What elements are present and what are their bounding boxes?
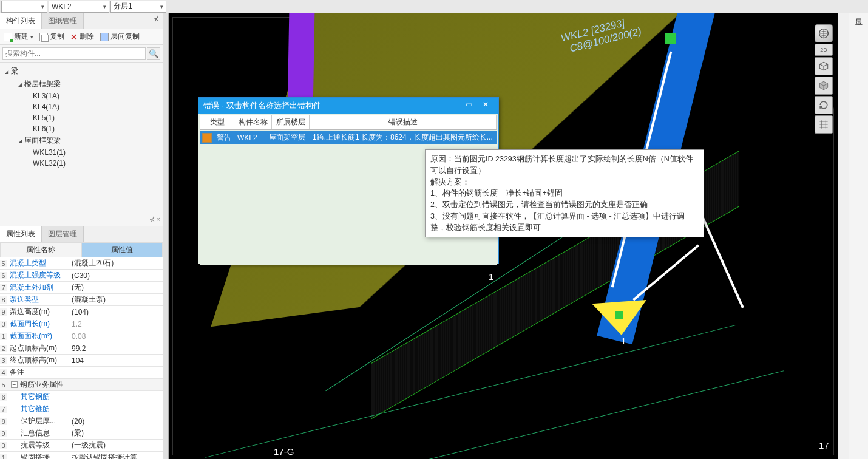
property-row[interactable]: 1锚固搭接按默认锚固搭接计算: [0, 452, 163, 459]
new-label: 新建: [14, 32, 29, 42]
property-row[interactable]: 2起点顶标高(m)99.2: [0, 342, 163, 355]
property-value[interactable]: (混凝土泵): [68, 294, 163, 305]
property-row[interactable]: 0抗震等级(一级抗震): [0, 440, 163, 452]
row-number: 4: [0, 369, 7, 376]
col-floor: 所属楼层: [272, 115, 310, 129]
row-number: 1: [0, 333, 7, 340]
row-number: 0: [0, 442, 7, 449]
tab-drawing-manage[interactable]: 图纸管理: [42, 13, 84, 29]
row-floor: 屋面架空层: [266, 132, 310, 143]
property-row[interactable]: 7混凝土外加剂(无): [0, 282, 163, 294]
dialog-maximize-button[interactable]: ▭: [461, 100, 476, 111]
tab-component-list[interactable]: 构件列表: [0, 13, 42, 29]
row-number: 9: [0, 308, 7, 316]
property-value[interactable]: 0.08: [68, 332, 163, 341]
search-input[interactable]: [2, 47, 146, 59]
property-name: 汇总信息: [7, 428, 68, 438]
cube-solid-icon: [818, 80, 830, 92]
nav-iso-wire-button[interactable]: [815, 57, 833, 75]
tooltip-line: 原因：当前图元ID 23293钢筋计算长度超出了实际绘制的长度N倍（N值软件可以…: [430, 154, 699, 177]
nav-grid-button[interactable]: [815, 115, 833, 134]
tab-property-list[interactable]: 属性列表: [0, 226, 42, 242]
property-row[interactable]: 9泵送高度(m)(104): [0, 306, 163, 318]
dropdown-element-value: WKL2: [52, 2, 72, 11]
property-row[interactable]: 6混凝土强度等级(C30): [0, 270, 163, 282]
nav-globe-button[interactable]: [815, 24, 833, 42]
new-icon: [4, 33, 12, 41]
property-row[interactable]: 5混凝土类型(混凝土20石): [0, 257, 163, 270]
property-row[interactable]: 7其它箍筋: [0, 403, 163, 415]
property-row[interactable]: 8保护层厚...(20): [0, 415, 163, 427]
tree-node-beam[interactable]: 梁: [0, 65, 163, 78]
layer-copy-button[interactable]: 层间复制: [100, 32, 140, 42]
dropdown-element[interactable]: WKL2 ▾: [49, 1, 109, 13]
dropdown-layer-value: 分层1: [114, 1, 132, 12]
property-value[interactable]: (一级抗震): [68, 440, 163, 450]
property-value[interactable]: (无): [68, 282, 163, 293]
property-value[interactable]: (C30): [68, 271, 163, 280]
node-marker[interactable]: [665, 33, 676, 44]
property-name: 混凝土外加剂: [7, 282, 68, 293]
dialog-title: 错误 - 双击构件名称选择出错构件: [203, 100, 321, 111]
property-group-row[interactable]: 5−钢筋业务属性: [0, 379, 163, 391]
property-row[interactable]: 3终点顶标高(m)104: [0, 355, 163, 367]
property-row[interactable]: 6其它钢筋: [0, 391, 163, 403]
property-value[interactable]: (20): [68, 417, 163, 426]
component-panel-header: 构件列表 图纸管理 ⊀: [0, 13, 163, 29]
tree-leaf[interactable]: WKL32(1): [0, 158, 163, 169]
row-number: 5: [0, 260, 7, 267]
component-tree: 梁 楼层框架梁 KL3(1A) KL4(1A) KL5(1) KL6(1) 屋面…: [0, 63, 163, 196]
property-value[interactable]: 1.2: [68, 320, 163, 328]
tree-leaf[interactable]: KL3(1A): [0, 90, 163, 101]
vertical-splitter[interactable]: [163, 13, 169, 459]
property-row[interactable]: 1截面面积(m²)0.08: [0, 330, 163, 342]
row-number: 8: [0, 418, 7, 425]
globe-icon: [818, 27, 830, 39]
collapse-icon[interactable]: −: [11, 381, 18, 388]
right-collapsed-panel[interactable]: 显: [849, 13, 868, 459]
delete-button[interactable]: ✕ 删除: [70, 32, 94, 42]
property-row[interactable]: 8泵送类型(混凝土泵): [0, 294, 163, 306]
property-value[interactable]: (104): [68, 308, 163, 316]
copy-button[interactable]: 复制: [39, 32, 64, 42]
row-number: 5: [0, 381, 7, 389]
tooltip-line: 1、构件的钢筋长度 = 净长+锚固+锚固: [430, 188, 699, 199]
row-number: 7: [0, 284, 7, 291]
nav-refresh-button[interactable]: [815, 96, 833, 114]
property-row[interactable]: 0截面周长(m)1.2: [0, 318, 163, 330]
dropdown-layer[interactable]: 分层1 ▾: [110, 1, 166, 13]
tree-leaf[interactable]: KL6(1): [0, 123, 163, 134]
search-button[interactable]: 🔍: [147, 47, 160, 59]
dialog-close-button[interactable]: ✕: [478, 100, 493, 111]
property-value[interactable]: (混凝土20石): [68, 258, 163, 268]
new-button[interactable]: 新建 ▾: [4, 32, 33, 42]
tree-node-roof-frame-beam[interactable]: 屋面框架梁: [0, 134, 163, 147]
delete-label: 删除: [80, 32, 94, 42]
property-value[interactable]: 按默认锚固搭接计算: [68, 452, 163, 459]
dropdown-1[interactable]: ▾: [1, 1, 47, 13]
top-toolbar: ▾ WKL2 ▾ 分层1 ▾: [0, 0, 868, 13]
error-row[interactable]: 警告 WKL2 屋面架空层 1跨.上通长筋1 长度为：8624，长度超出其图元所…: [200, 131, 497, 144]
panel-pin-icon[interactable]: ⊀ ×: [149, 216, 160, 223]
nav-2d-label: 2D: [820, 47, 827, 53]
grid-icon: [818, 118, 830, 131]
property-value[interactable]: 104: [68, 356, 163, 365]
property-value[interactable]: 99.2: [68, 344, 163, 353]
node-marker[interactable]: [615, 311, 623, 319]
panel-pin-icon[interactable]: ⊀: [149, 13, 163, 29]
dialog-titlebar[interactable]: 错误 - 双击构件名称选择出错构件 ▭ ✕: [198, 98, 498, 114]
nav-2d-button[interactable]: 2D: [815, 44, 833, 56]
property-group-name: −钢筋业务属性: [7, 379, 163, 390]
property-name: 其它箍筋: [7, 404, 68, 414]
tab-layer-manage[interactable]: 图层管理: [42, 226, 84, 242]
tree-node-floor-frame-beam[interactable]: 楼层框架梁: [0, 78, 163, 90]
property-row[interactable]: 9汇总信息(梁): [0, 427, 163, 440]
delete-icon: ✕: [70, 33, 78, 41]
nav-iso-solid-button[interactable]: [815, 76, 833, 95]
tree-leaf[interactable]: KL5(1): [0, 112, 163, 123]
tree-leaf[interactable]: WKL31(1): [0, 147, 163, 158]
tree-leaf[interactable]: KL4(1A): [0, 101, 163, 112]
property-row[interactable]: 4备注: [0, 367, 163, 379]
property-value[interactable]: (梁): [68, 428, 163, 438]
axis-label: 17-G: [274, 446, 294, 457]
